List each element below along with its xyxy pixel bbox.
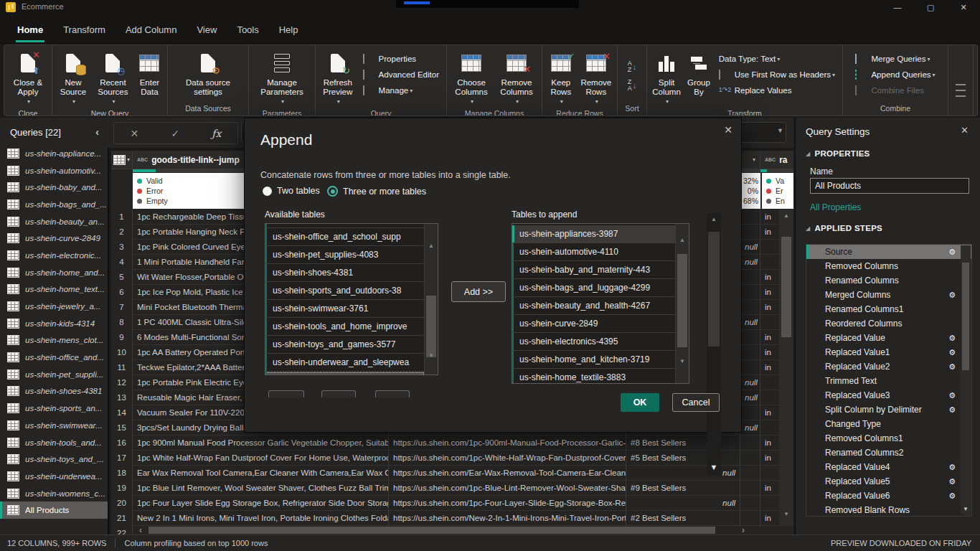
applied-step-item[interactable]: Changed Type ⚙ xyxy=(806,417,971,431)
step-settings-gear-icon[interactable]: ⚙ xyxy=(948,334,956,343)
maximize-button[interactable]: ▢ xyxy=(914,0,947,14)
append-table-item[interactable]: us-shein-electronics-4395 xyxy=(512,333,676,351)
step-settings-gear-icon[interactable]: ⚙ xyxy=(948,463,956,472)
append-table-item[interactable]: us-shein-appliances-3987 xyxy=(512,225,676,243)
vertical-scrollbar[interactable]: ▲ ▼ xyxy=(779,209,793,526)
dialog-close-icon[interactable]: ✕ xyxy=(724,124,732,136)
available-table-item[interactable]: us-shein-shoes-4381 xyxy=(265,264,425,282)
close-window-button[interactable]: ✕ xyxy=(947,0,980,14)
available-table-item[interactable]: us-shein-pet_supplies-4083 xyxy=(265,246,425,264)
append-table-item[interactable]: us-shein-baby_and_maternity-443 xyxy=(512,261,676,279)
ribbon-tab[interactable]: Tools xyxy=(227,14,268,44)
query-list-item[interactable]: us-shein-shoes-4381 xyxy=(0,383,108,400)
scroll-up-icon[interactable]: ▲ xyxy=(676,237,689,243)
query-list-item[interactable]: us-shein-toys_and_... xyxy=(0,451,108,468)
cancel-formula-icon[interactable]: ✕ xyxy=(131,128,139,139)
query-list-item[interactable]: us-shein-home_and... xyxy=(0,264,108,281)
recent-sources-button[interactable]: ◷ Recent Sources▾ xyxy=(93,50,133,108)
scroll-thumb[interactable] xyxy=(677,254,687,347)
available-table-item[interactable]: us-shein-tools_and_home_improve xyxy=(265,318,425,336)
applied-step-item[interactable]: Removed Columns1 ⚙ xyxy=(806,431,971,446)
fx-icon[interactable]: ƒx xyxy=(212,128,221,139)
scroll-down-icon[interactable]: ▼ xyxy=(779,511,793,517)
step-settings-gear-icon[interactable]: ⚙ xyxy=(948,291,956,300)
cancel-button[interactable]: Cancel xyxy=(672,393,720,412)
query-list-item[interactable]: us-shein-home_text... xyxy=(0,281,108,298)
step-settings-gear-icon[interactable]: ⚙ xyxy=(948,405,956,415)
filter-caret-icon[interactable]: ▾ xyxy=(753,156,755,163)
all-properties-link[interactable]: All Properties xyxy=(810,202,861,212)
group-by-button[interactable]: Group By xyxy=(684,50,713,98)
sort-descending-button[interactable]: ZA↓ xyxy=(628,79,637,92)
step-settings-gear-icon[interactable]: ⚙ xyxy=(948,391,956,400)
first-row-headers-button[interactable]: Use First Row as Headers▾ xyxy=(715,67,839,83)
query-list-item[interactable]: us-shein-kids-4314 xyxy=(0,315,108,332)
manage-parameters-button[interactable]: Manage Parameters▾ xyxy=(252,50,312,108)
panel-close-icon[interactable]: ✕ xyxy=(961,125,969,136)
append-table-item[interactable]: us-shein-automotive-4110 xyxy=(512,243,676,261)
step-settings-gear-icon[interactable]: ⚙ xyxy=(948,248,956,257)
applied-step-item[interactable]: Replaced Value3 ⚙ xyxy=(806,388,971,402)
scroll-thumb[interactable] xyxy=(962,263,969,370)
applied-step-item[interactable]: Renamed Columns2 ⚙ xyxy=(806,446,971,460)
steps-scrollbar[interactable]: ▼ xyxy=(961,245,971,515)
scroll-down-icon[interactable]: ▼ xyxy=(425,352,438,359)
available-table-item[interactable]: us-shein-womens_clothing-4620 xyxy=(265,372,425,375)
clipped-button[interactable] xyxy=(321,390,356,397)
query-list-item[interactable]: us-shein-beauty_an... xyxy=(0,213,108,230)
table-row[interactable]: 161pc 900ml Manual Food Processor Garlic… xyxy=(111,435,793,451)
append-list-scrollbar[interactable]: ▲ ▼ xyxy=(675,224,689,383)
available-table-item[interactable]: us-shein-underwear_and_sleepwea xyxy=(265,354,425,372)
query-name-input[interactable] xyxy=(810,178,969,194)
ok-button[interactable]: OK xyxy=(621,393,659,412)
ribbon-tab[interactable]: Home xyxy=(7,14,53,44)
dialog-scroll-thumb[interactable] xyxy=(708,232,720,347)
query-list-item[interactable]: us-shein-mens_clot... xyxy=(0,332,108,349)
choose-columns-button[interactable]: Choose Columns▾ xyxy=(450,50,493,108)
query-list-item[interactable]: us-shein-sports_an... xyxy=(0,400,108,417)
query-list-item[interactable]: us-shein-bags_and_... xyxy=(0,196,108,213)
query-list-item[interactable]: us-shein-underwea... xyxy=(0,468,108,485)
manage-button[interactable]: Manage▾ xyxy=(359,83,443,98)
sort-ascending-button[interactable]: AZ↓ xyxy=(628,60,637,73)
table-row[interactable]: 171pc White Half-Wrap Fan Dustproof Cove… xyxy=(111,451,793,466)
available-table-item[interactable]: us-shein-office_and_school_supp xyxy=(265,228,425,246)
applied-step-item[interactable]: Source ⚙ xyxy=(806,245,971,259)
append-table-item[interactable]: us-shein-home_textile-3883 xyxy=(512,369,676,384)
available-table-item[interactable]: us-shein-toys_and_games-3577 xyxy=(265,336,425,354)
append-queries-button[interactable]: Append Queries▾ xyxy=(851,67,939,83)
scroll-down-icon[interactable]: ▼ xyxy=(707,463,721,471)
scroll-left-icon[interactable]: ‹ xyxy=(133,525,149,534)
query-list-item[interactable]: us-shein-jewelry_a... xyxy=(0,298,108,315)
append-table-item[interactable]: us-shein-bags_and_luggage-4299 xyxy=(512,279,676,297)
query-list-item[interactable]: us-shein-womens_c... xyxy=(0,485,108,502)
step-settings-gear-icon[interactable]: ⚙ xyxy=(948,491,956,501)
split-column-button[interactable]: Split Column▾ xyxy=(650,50,683,108)
clipped-button[interactable] xyxy=(375,390,410,397)
commit-formula-icon[interactable]: ✓ xyxy=(171,128,179,139)
close-and-apply-button[interactable]: ✕⬆ Close & Apply▾ xyxy=(7,50,49,108)
minimize-button[interactable]: — xyxy=(881,0,914,14)
dialog-scrollbar[interactable]: ▲ ▼ xyxy=(707,213,721,476)
step-settings-gear-icon[interactable]: ⚙ xyxy=(948,477,956,486)
scroll-up-icon[interactable]: ▲ xyxy=(707,216,721,222)
merge-queries-button[interactable]: Merge Queries▾ xyxy=(851,51,939,67)
grid-corner-cell[interactable]: ▾ xyxy=(111,151,133,169)
applied-step-item[interactable]: Trimmed Text ⚙ xyxy=(806,374,971,388)
applied-step-item[interactable]: Renamed Columns1 ⚙ xyxy=(806,302,971,316)
query-list-item[interactable]: us-shein-curve-2849 xyxy=(0,230,108,247)
scroll-down-icon[interactable]: ▼ xyxy=(676,358,689,364)
step-settings-gear-icon[interactable]: ⚙ xyxy=(948,362,956,372)
ribbon-tab[interactable]: Transform xyxy=(53,14,116,44)
ribbon-expand-button[interactable]: › xyxy=(974,45,978,116)
applied-step-item[interactable]: Replaced Value4 ⚙ xyxy=(806,460,971,474)
applied-step-item[interactable]: Replaced Value1 ⚙ xyxy=(806,345,971,359)
query-list-item[interactable]: us-shein-swimwear... xyxy=(0,417,108,434)
available-table-item[interactable]: us-shein-sports_and_outdoors-38 xyxy=(265,282,425,300)
applied-step-item[interactable]: Merged Columns ⚙ xyxy=(806,288,971,302)
applied-step-item[interactable]: Replaced Value ⚙ xyxy=(806,331,971,345)
horizontal-scroll-thumb[interactable] xyxy=(149,527,715,534)
applied-step-item[interactable]: Replaced Value5 ⚙ xyxy=(806,474,971,489)
collapse-pane-icon[interactable]: ‹ xyxy=(95,126,99,138)
append-table-item[interactable]: us-shein-curve-2849 xyxy=(512,315,676,333)
